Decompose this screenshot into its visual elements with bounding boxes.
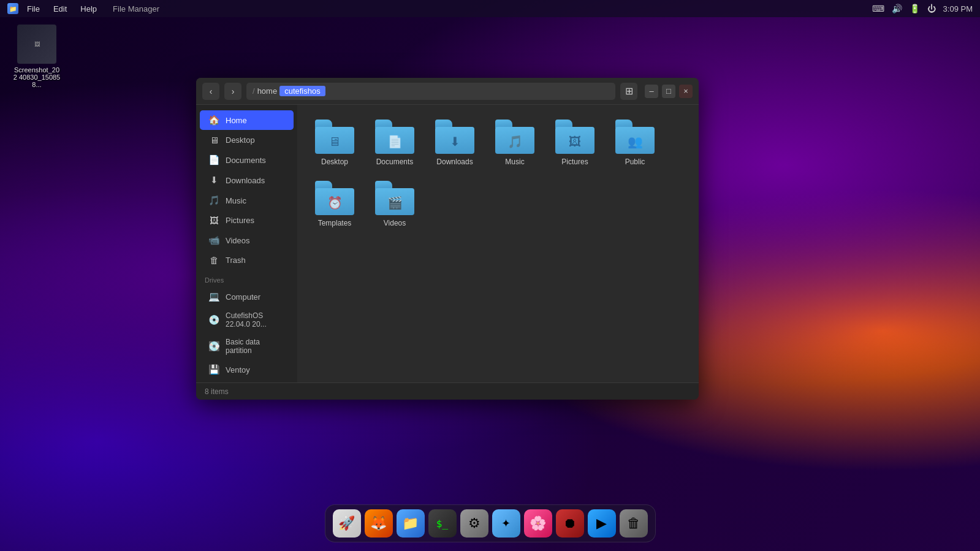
menu-edit[interactable]: Edit [48,3,72,15]
menu-help[interactable]: Help [75,3,102,15]
sidebar-item-downloads[interactable]: ⬇ Downloads [200,170,294,190]
record-icon: ⏺ [563,515,577,531]
volume-icon: 🔊 [892,4,902,13]
firefox-icon: 🦊 [370,515,387,531]
folder-icon-desktop: 🖥 [315,120,354,154]
dock-launchpad[interactable]: 🚀 [333,509,361,538]
path-home[interactable]: home [257,86,278,96]
folder-name-documents: Documents [376,158,414,166]
sidebar-item-computer[interactable]: 💻 Computer [200,287,294,306]
media-icon: ▶ [596,515,607,531]
file-grid: 🖥 Desktop 📄 Documents [307,115,689,232]
file-content-area: 🖥 Desktop 📄 Documents [297,105,699,382]
sidebar-item-basic-partition[interactable]: 💽 Basic data partition [200,333,294,359]
window-controls: – □ × [645,85,693,98]
folder-inner-public: 👥 [628,134,643,149]
dock-settings[interactable]: ⚙ [460,509,488,538]
folder-inner-desktop: 🖥 [329,135,341,149]
folder-downloads[interactable]: ⬇ Downloads [427,115,482,171]
folder-public[interactable]: 👥 Public [607,115,663,171]
basic-partition-icon: 💽 [208,341,219,352]
keyboard-icon: ⌨ [872,4,884,13]
dock-firefox[interactable]: 🦊 [365,509,393,538]
forward-button[interactable]: › [224,83,241,100]
launchpad-icon: 🚀 [338,515,355,531]
taskbar-left: 📁 File Edit Help File Manager [7,3,164,15]
sidebar-item-music[interactable]: 🎵 Music [200,191,294,210]
menu-file[interactable]: File [22,3,45,15]
documents-icon: 📄 [208,154,219,165]
desktop-icon: 🖥 [208,135,219,145]
folder-templates[interactable]: ⏰ Templates [307,176,362,232]
folder-inner-documents: 📄 [387,134,403,149]
dock-terminal[interactable]: $_ [428,509,457,538]
folder-pictures[interactable]: 🖼 Pictures [547,115,602,171]
maximize-button[interactable]: □ [662,85,675,98]
folder-name-templates: Templates [318,219,352,227]
file-label: Screenshot_202 40830_150858... [12,66,61,88]
folder-videos[interactable]: 🎬 Videos [367,176,422,232]
sidebar-label-ventoy: Ventoy [226,365,250,374]
folder-name-pictures: Pictures [561,158,588,166]
desktop-file-icon[interactable]: 🖼 Screenshot_202 40830_150858... [12,25,61,88]
rose-icon: 🌸 [530,515,546,531]
path-separator: / [253,86,255,96]
sidebar-item-desktop[interactable]: 🖥 Desktop [200,131,294,150]
dock-rose[interactable]: 🌸 [524,509,552,538]
app-title: File Manager [108,3,164,15]
sidebar-item-documents[interactable]: 📄 Documents [200,150,294,170]
path-active[interactable]: cutefishos [279,86,325,96]
sidebar-item-pictures[interactable]: 🖼 Pictures [200,211,294,230]
store-icon: ✦ [501,517,511,530]
titlebar: ‹ › / home cutefishos ⊞ – □ × [196,78,699,105]
sidebar-label-basic: Basic data partition [226,338,285,355]
sidebar-item-ventoy[interactable]: 💾 Ventoy [200,360,294,379]
battery-icon: 🔋 [910,4,920,13]
sidebar-label-downloads: Downloads [226,176,265,185]
sidebar-label-trash: Trash [226,256,246,265]
sidebar-label-videos: Videos [226,236,250,245]
sidebar-item-videos[interactable]: 📹 Videos [200,230,294,250]
back-button[interactable]: ‹ [202,83,219,100]
dock-store[interactable]: ✦ [492,509,520,538]
downloads-icon: ⬇ [208,175,219,186]
sidebar-item-trash[interactable]: 🗑 Trash [200,251,294,270]
folder-name-desktop: Desktop [321,158,348,166]
sidebar-item-home[interactable]: 🏠 Home [200,110,294,130]
close-button[interactable]: × [679,85,693,98]
folder-icon-documents: 📄 [375,120,414,154]
folder-name-videos: Videos [384,219,406,227]
dock-media[interactable]: ▶ [588,509,616,538]
music-icon: 🎵 [208,195,219,206]
taskbar-right: ⌨ 🔊 🔋 ⏻ 3:09 PM [872,4,973,13]
path-bar: / home cutefishos [246,83,615,100]
clock: 3:09 PM [943,4,973,13]
home-icon: 🏠 [208,115,219,126]
videos-icon: 📹 [208,235,219,246]
dock-record[interactable]: ⏺ [556,509,584,538]
view-toggle-button[interactable]: ⊞ [620,83,637,100]
folder-documents[interactable]: 📄 Documents [367,115,422,171]
dock: 🚀 🦊 📁 $_ ⚙ ✦ 🌸 ⏺ ▶ 🗑 [325,504,656,542]
folder-desktop[interactable]: 🖥 Desktop [307,115,362,171]
dock-trash[interactable]: 🗑 [620,509,648,538]
settings-icon: ⚙ [468,515,481,531]
folder-inner-music: 🎵 [507,134,523,149]
files-icon: 📁 [402,515,419,531]
folder-inner-pictures: 🖼 [569,135,581,149]
folder-icon-pictures: 🖼 [555,120,594,154]
sidebar-item-cutefishos[interactable]: 💿 CutefishOS 22.04.0 20... [200,307,294,333]
sidebar-label-home: Home [226,116,247,125]
folder-inner-templates: ⏰ [327,196,343,210]
sidebar-label-music: Music [226,196,246,205]
sidebar-label-computer: Computer [226,292,260,302]
minimize-button[interactable]: – [645,85,658,98]
trash-dock-icon: 🗑 [627,515,640,531]
sidebar-label-cutefishos: CutefishOS 22.04.0 20... [226,311,285,329]
power-icon: ⏻ [927,4,936,13]
computer-icon: 💻 [208,291,219,302]
dock-files[interactable]: 📁 [397,509,425,538]
file-manager-window: ‹ › / home cutefishos ⊞ – □ × 🏠 Home 🖥 D… [196,78,699,400]
folder-music[interactable]: 🎵 Music [487,115,542,171]
sidebar-label-desktop: Desktop [226,135,255,145]
